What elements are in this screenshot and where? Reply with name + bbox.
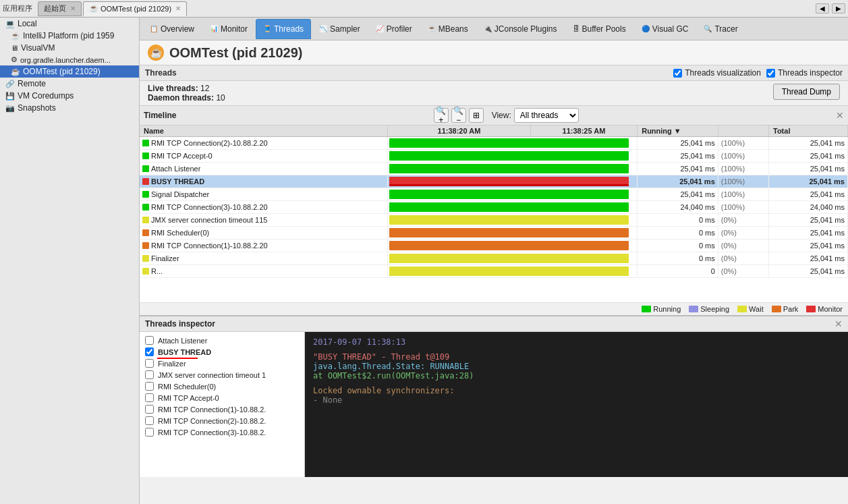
- list-item[interactable]: BUSY THREAD: [140, 346, 304, 358]
- thread-total-value: 25,041 ms: [768, 150, 847, 163]
- sidebar-item-remote[interactable]: 🔗 Remote: [0, 78, 139, 90]
- zoom-in-btn[interactable]: 🔍+: [434, 108, 449, 123]
- close-tab-oomtest-icon[interactable]: ✕: [175, 5, 181, 12]
- thread-ms-value: 0 ms: [638, 240, 718, 252]
- vmcore-icon: 💾: [5, 92, 15, 101]
- thread-total-value: 25,041 ms: [768, 240, 847, 252]
- local-icon: 💻: [5, 20, 15, 28]
- thread-name-cell: R...: [140, 265, 388, 278]
- sidebar: 💻 Local ☕ IntelliJ Platform (pid 1959 🖥 …: [0, 18, 140, 504]
- thread-total-value: 25,041 ms: [768, 227, 847, 240]
- thread-total-value: 25,041 ms: [768, 175, 847, 188]
- detail-sync-line: Locked ownable synchronizers:: [313, 386, 455, 395]
- inspector-thread-checkbox[interactable]: [145, 428, 154, 437]
- tab-tracer[interactable]: 🔍 Tracer: [696, 19, 745, 39]
- inspector-thread-list: Attach Listener BUSY THREAD Finalizer JM…: [140, 332, 305, 477]
- tab-overview[interactable]: 📋 Overview: [142, 19, 202, 39]
- window-prev-btn[interactable]: ◀: [816, 3, 829, 13]
- tab-visual-gc[interactable]: 🔵 Visual GC: [634, 19, 696, 39]
- thread-dump-button[interactable]: Thread Dump: [773, 84, 840, 100]
- sidebar-item-oomtest[interactable]: ☕ OOMTest (pid 21029): [0, 65, 139, 78]
- tab-profiler[interactable]: 📈 Profiler: [368, 19, 420, 39]
- list-item[interactable]: Finalizer: [140, 358, 304, 369]
- fit-btn[interactable]: ⊞: [469, 108, 484, 123]
- list-item[interactable]: RMI TCP Connection(1)-10.88.2.: [140, 403, 304, 415]
- window-next-btn[interactable]: ▶: [832, 3, 845, 13]
- table-row[interactable]: Attach Listener 25,041 ms (100%) 25,041 …: [140, 163, 848, 175]
- sidebar-item-local[interactable]: 💻 Local: [0, 18, 139, 30]
- tracer-tab-icon: 🔍: [704, 25, 712, 32]
- sidebar-item-snapshots[interactable]: 📷 Snapshots: [0, 102, 139, 114]
- running-color: [642, 306, 651, 312]
- table-row[interactable]: R... 0 (0%) 25,041 ms: [140, 265, 848, 278]
- thread-total-value: 25,041 ms: [768, 265, 847, 278]
- sidebar-item-visualvm[interactable]: 🖥 VisualVM: [0, 42, 139, 54]
- table-row[interactable]: RMI TCP Accept-0 25,041 ms (100%) 25,041…: [140, 150, 848, 163]
- zoom-out-btn[interactable]: 🔍−: [451, 108, 466, 123]
- snapshots-icon: 📷: [5, 104, 15, 113]
- inspector-thread-checkbox[interactable]: [145, 370, 154, 379]
- table-row[interactable]: RMI Scheduler(0) 0 ms (0%) 25,041 ms: [140, 227, 848, 240]
- tab-buffer-pools[interactable]: 🗄 Buffer Pools: [565, 19, 633, 39]
- thread-pct-value: (0%): [718, 240, 768, 252]
- tab-mbeans[interactable]: ☕ MBeans: [420, 19, 476, 39]
- inspector-panel-title: Threads inspector: [145, 319, 215, 329]
- tab-sampler[interactable]: 📉 Sampler: [312, 19, 368, 39]
- inspector-detail: 2017-09-07 11:38:13 "BUSY THREAD" - Thre…: [305, 332, 848, 477]
- thread-ms-value: 25,041 ms: [638, 188, 718, 201]
- detail-state-line: java.lang.Thread.State: RUNNABLE: [313, 362, 469, 371]
- view-select[interactable]: All threads Live threads: [514, 108, 579, 123]
- sampler-tab-icon: 📉: [319, 25, 327, 32]
- window-tab-start[interactable]: 起始页 ✕: [38, 1, 82, 16]
- timeline-table-container[interactable]: Name 11:38:20 AM 11:38:25 AM Running ▼ T…: [140, 125, 848, 302]
- inspector-thread-checkbox[interactable]: [145, 382, 154, 391]
- inspector-checkbox-label[interactable]: Threads inspector: [766, 68, 843, 78]
- close-inspector-btn[interactable]: ✕: [835, 318, 843, 329]
- list-item[interactable]: Attach Listener: [140, 335, 304, 346]
- thread-pct-value: (100%): [718, 175, 768, 188]
- table-row[interactable]: Finalizer 0 ms (0%) 25,041 ms: [140, 252, 848, 265]
- window-tab-oomtest[interactable]: ☕ OOMTest (pid 21029) ✕: [83, 1, 187, 16]
- overview-tab-icon: 📋: [150, 25, 158, 32]
- thread-total-value: 25,041 ms: [768, 137, 847, 150]
- inspector-content: Attach Listener BUSY THREAD Finalizer JM…: [140, 332, 848, 477]
- table-row[interactable]: RMI TCP Connection(3)-10.88.2.20 24,040 …: [140, 201, 848, 214]
- thread-bar-cell: [388, 240, 638, 252]
- thread-total-value: 25,041 ms: [768, 252, 847, 265]
- thread-name-cell: Signal Dispatcher: [140, 188, 388, 201]
- list-item[interactable]: RMI TCP Accept-0: [140, 392, 304, 403]
- sidebar-item-vmcoredumps[interactable]: 💾 VM Coredumps: [0, 90, 139, 102]
- visualization-checkbox-label[interactable]: Threads visualization: [673, 68, 761, 78]
- profiler-tab-icon: 📈: [376, 25, 384, 32]
- table-row[interactable]: Signal Dispatcher 25,041 ms (100%) 25,04…: [140, 188, 848, 201]
- inspector-thread-checkbox[interactable]: [145, 359, 154, 368]
- list-item[interactable]: JMX server connection timeout 1: [140, 369, 304, 381]
- sidebar-item-intellij[interactable]: ☕ IntelliJ Platform (pid 1959: [0, 30, 139, 42]
- inspector-thread-checkbox[interactable]: [145, 405, 154, 414]
- inspector-thread-checkbox[interactable]: [145, 416, 154, 425]
- table-row[interactable]: JMX server connection timeout 115 0 ms (…: [140, 214, 848, 227]
- list-item[interactable]: RMI TCP Connection(3)-10.88.2.: [140, 426, 304, 438]
- list-item[interactable]: RMI TCP Connection(2)-10.88.2.: [140, 415, 304, 426]
- close-tab-start-icon[interactable]: ✕: [70, 5, 76, 12]
- inspector-thread-checkbox[interactable]: [145, 393, 154, 402]
- table-row[interactable]: RMI TCP Connection(1)-10.88.2.20 0 ms (0…: [140, 240, 848, 252]
- legend-wait: Wait: [737, 305, 764, 313]
- thread-color-indicator: [142, 152, 149, 159]
- inspector-thread-checkbox[interactable]: [145, 336, 154, 345]
- thread-name-cell: RMI Scheduler(0): [140, 227, 388, 240]
- tab-threads[interactable]: 🧵 Threads: [256, 19, 311, 39]
- close-timeline-btn[interactable]: ✕: [836, 110, 844, 121]
- table-row[interactable]: BUSY THREAD 25,041 ms (100%) 25,041 ms: [140, 175, 848, 188]
- tab-monitor[interactable]: 📊 Monitor: [202, 19, 255, 39]
- list-item[interactable]: RMI Scheduler(0): [140, 381, 304, 392]
- table-row[interactable]: RMI TCP Connection(2)-10.88.2.20 25,041 …: [140, 137, 848, 150]
- inspector-checkbox[interactable]: [766, 69, 775, 78]
- visualization-checkbox[interactable]: [673, 69, 682, 78]
- thread-pct-value: (100%): [718, 163, 768, 175]
- sidebar-item-gradle[interactable]: ⚙ org.gradle.launcher.daem...: [0, 54, 139, 65]
- thread-ms-value: 0: [638, 265, 718, 278]
- buffer-tab-icon: 🗄: [573, 25, 580, 32]
- inspector-thread-checkbox[interactable]: [145, 347, 154, 356]
- tab-jconsole[interactable]: 🔌 JConsole Plugins: [476, 19, 565, 39]
